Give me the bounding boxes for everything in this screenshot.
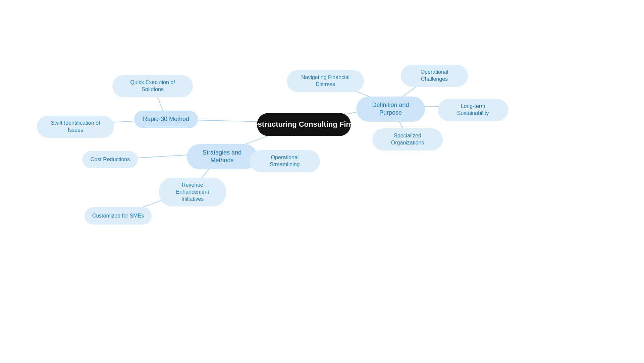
center-node: Restructuring Consulting Firms: [257, 113, 351, 136]
node-swiftId: Swift Identification of Issues: [37, 116, 114, 138]
node-quickExec: Quick Execution of Solutions: [112, 75, 193, 97]
node-longTermSustainability: Long-term Sustainability: [438, 99, 508, 121]
node-operationalChallenges: Operational Challenges: [401, 65, 468, 87]
node-rapid30: Rapid-30 Method: [134, 111, 198, 128]
node-operationalStreamlining: Operational Streamlining: [250, 150, 320, 172]
node-costReductions: Cost Reductions: [83, 151, 138, 168]
node-navigatingFinancial: Navigating Financial Distress: [287, 70, 364, 92]
mindmap-canvas: Restructuring Consulting FirmsRapid-30 M…: [0, 0, 644, 363]
node-revenueEnhancement: Revenue Enhancement Initiatives: [159, 178, 226, 206]
node-customizedSMEs: Customized for SMEs: [85, 207, 152, 225]
connection-lines: [0, 0, 644, 363]
node-definitionPurpose: Definition and Purpose: [356, 97, 425, 122]
node-specializedOrgs: Specialized Organizations: [372, 128, 443, 150]
node-strategiesMethods: Strategies and Methods: [187, 144, 257, 169]
